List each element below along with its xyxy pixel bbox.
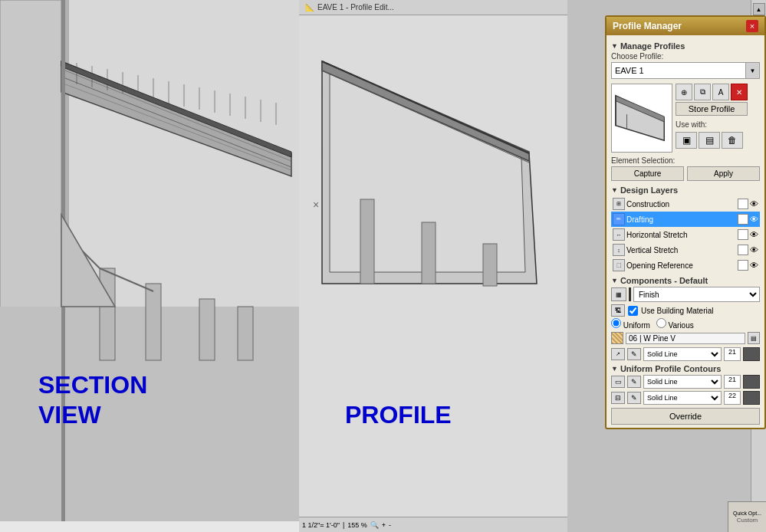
apply-btn[interactable]: Apply bbox=[687, 166, 760, 181]
layer-horizontal-eye[interactable]: 👁 bbox=[750, 230, 758, 239]
line-icon-2: ▭ bbox=[611, 376, 625, 388]
finish-row: ▦ Finish bbox=[611, 287, 760, 302]
window-title: EAVE 1 - Profile Edit... bbox=[317, 3, 394, 11]
profile-view: × PROFILE bbox=[299, 0, 567, 521]
element-selection-btns: Capture Apply bbox=[611, 166, 760, 181]
line-weight-swatch-3 bbox=[743, 391, 760, 405]
layer-construction-icon: ⊞ bbox=[613, 198, 625, 210]
layer-drafting[interactable]: ✏ Drafting 👁 bbox=[611, 212, 760, 227]
finish-line bbox=[629, 287, 631, 301]
use-with-label: Use with: bbox=[676, 120, 748, 129]
design-layers-header: ▼ Design Layers bbox=[611, 186, 760, 195]
svg-rect-36 bbox=[360, 199, 374, 284]
layer-opening-check[interactable] bbox=[738, 260, 748, 271]
line-pen-icon-3: ✎ bbox=[627, 392, 641, 404]
preview-top-row: ⊕ ⧉ A ✕ bbox=[676, 84, 748, 100]
use-delete-btn[interactable]: 🗑 bbox=[722, 132, 743, 149]
line-weight-num-2: 21 bbox=[724, 375, 741, 389]
use-wall-btn[interactable]: ▣ bbox=[676, 132, 697, 149]
layer-drafting-icon: ✏ bbox=[613, 213, 625, 225]
preview-buttons: ⊕ ⧉ A ✕ Store Profile Use with: ▣ ▤ 🗑 bbox=[676, 84, 748, 153]
manage-profiles-section: ▼ Manage Profiles bbox=[611, 41, 760, 51]
layer-vertical-check[interactable] bbox=[738, 245, 748, 255]
rename-profile-btn[interactable]: A bbox=[712, 84, 729, 100]
finish-icon: ▦ bbox=[611, 287, 626, 301]
layer-horizontal-icon: ↔ bbox=[613, 228, 625, 241]
layer-opening-reference[interactable]: ⬚ Opening Reference 👁 bbox=[611, 258, 760, 273]
components-section: ▼ Components - Default ▦ Finish 🏗 Use Bu… bbox=[611, 276, 760, 361]
override-btn[interactable]: Override bbox=[611, 408, 760, 425]
section-label: SECTION VIEW bbox=[38, 370, 147, 429]
line-type-select-1[interactable]: Solid Line bbox=[643, 347, 722, 361]
layer-vertical-eye[interactable]: 👁 bbox=[750, 245, 758, 255]
pm-title: Profile Manager bbox=[613, 21, 682, 31]
uniform-profile-header: ▼ Uniform Profile Contours bbox=[611, 364, 760, 373]
design-layers-arrow: ▼ bbox=[611, 186, 618, 194]
line-pen-icon-2: ✎ bbox=[627, 376, 641, 388]
scale-display: 1 1/2"= 1'-0" bbox=[302, 521, 340, 529]
profile-manager-panel: Profile Manager × ▼ Manage Profiles Choo… bbox=[605, 15, 766, 429]
svg-text:×: × bbox=[313, 199, 319, 211]
layer-vertical-icon: ↕ bbox=[613, 244, 625, 256]
layer-drafting-check[interactable] bbox=[738, 214, 748, 225]
element-selection-label: Element Selection: bbox=[611, 156, 760, 165]
uniform-various-row: Uniform Various bbox=[611, 318, 760, 330]
uniform-arrow: ▼ bbox=[611, 365, 618, 373]
profile-dropdown-btn[interactable]: ▼ bbox=[745, 63, 759, 78]
layer-opening-icon: ⬚ bbox=[613, 259, 625, 271]
line-pen-icon-1: ✎ bbox=[627, 348, 641, 360]
uniform-profile-section: ▼ Uniform Profile Contours ▭ ✎ Solid Lin… bbox=[611, 364, 760, 405]
capture-btn[interactable]: Capture bbox=[611, 166, 684, 181]
pm-titlebar: Profile Manager × bbox=[607, 17, 764, 35]
layer-construction-check[interactable] bbox=[738, 199, 748, 209]
building-material-icon: 🏗 bbox=[611, 304, 625, 317]
line-icon-1: ↗ bbox=[611, 348, 625, 360]
line-weight-num-1: 21 bbox=[724, 347, 741, 361]
layer-construction-eye[interactable]: 👁 bbox=[750, 199, 758, 209]
design-layers-section: ▼ Design Layers ⊞ Construction 👁 ✏ Draft… bbox=[611, 186, 760, 273]
finish-select[interactable]: Finish bbox=[633, 287, 760, 302]
drawing-area: SECTION VIEW × PROFILE bbox=[0, 0, 567, 532]
pm-body: ▼ Manage Profiles Choose Profile: ▼ bbox=[607, 35, 764, 428]
nav-btn-1[interactable]: ▲ bbox=[753, 3, 765, 15]
bottom-toolbar: 1 1/2"= 1'-0" | 155 % 🔍 + - bbox=[299, 517, 567, 532]
layer-horizontal-check[interactable] bbox=[738, 229, 748, 240]
line-row-2: ▭ ✎ Solid Line 21 bbox=[611, 375, 760, 389]
preview-area: ⊕ ⧉ A ✕ Store Profile Use with: ▣ ▤ 🗑 bbox=[611, 84, 760, 153]
choose-profile-label: Choose Profile: bbox=[611, 52, 760, 61]
window-icon: 📐 bbox=[305, 3, 314, 11]
svg-rect-26 bbox=[146, 284, 161, 360]
layer-horizontal-stretch[interactable]: ↔ Horizontal Stretch 👁 bbox=[611, 227, 760, 242]
close-button[interactable]: × bbox=[746, 20, 758, 32]
layer-drafting-eye[interactable]: 👁 bbox=[750, 215, 758, 224]
use-with-row: ▣ ▤ 🗑 bbox=[676, 132, 748, 149]
line-weight-swatch-1 bbox=[743, 347, 760, 361]
new-profile-btn[interactable]: ⊕ bbox=[676, 84, 692, 100]
layer-construction[interactable]: ⊞ Construction 👁 bbox=[611, 196, 760, 212]
use-building-material-row: 🏗 Use Building Material bbox=[611, 304, 760, 317]
line-row-1: ↗ ✎ Solid Line 21 bbox=[611, 347, 760, 361]
use-beam-btn[interactable]: ▤ bbox=[699, 132, 720, 149]
duplicate-profile-btn[interactable]: ⧉ bbox=[694, 84, 711, 100]
material-name: 06 | W Pine V bbox=[626, 333, 745, 344]
line-icon-3: ⊟ bbox=[611, 392, 625, 404]
profile-selector[interactable]: ▼ bbox=[611, 62, 760, 79]
use-building-material-checkbox[interactable] bbox=[628, 306, 638, 316]
uniform-radio[interactable] bbox=[611, 318, 621, 328]
svg-rect-25 bbox=[100, 268, 115, 360]
material-browse-btn[interactable]: ▤ bbox=[748, 332, 760, 344]
quick-options-label: Quick Opt... bbox=[733, 511, 761, 516]
profile-name-input[interactable] bbox=[612, 64, 745, 77]
delete-profile-btn[interactable]: ✕ bbox=[731, 84, 748, 100]
layer-opening-eye[interactable]: 👁 bbox=[750, 261, 758, 270]
line-row-3: ⊟ ✎ Solid Line 22 bbox=[611, 391, 760, 405]
svg-rect-27 bbox=[199, 299, 215, 360]
material-swatch bbox=[611, 332, 623, 344]
various-radio[interactable] bbox=[656, 318, 666, 328]
layer-vertical-stretch[interactable]: ↕ Vertical Stretch 👁 bbox=[611, 242, 760, 258]
store-profile-btn[interactable]: Store Profile bbox=[676, 102, 748, 116]
line-type-select-2[interactable]: Solid Line bbox=[643, 375, 722, 389]
line-weight-num-3: 22 bbox=[724, 391, 741, 405]
line-type-select-3[interactable]: Solid Line bbox=[643, 391, 722, 405]
svg-rect-38 bbox=[483, 244, 497, 286]
